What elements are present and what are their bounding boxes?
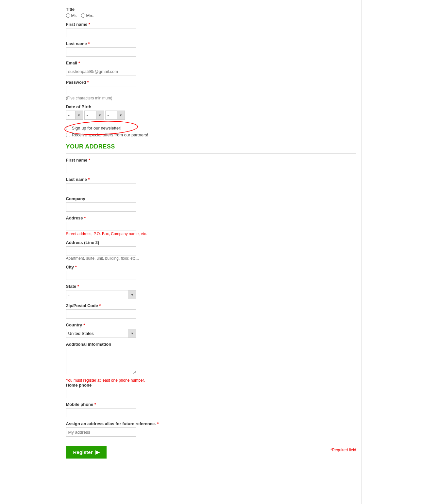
alias-label: Assign an address alias for future refer… bbox=[66, 421, 356, 426]
addr-city-required: * bbox=[75, 265, 77, 269]
addr-last-name-section: Last name * bbox=[66, 177, 356, 192]
mobile-phone-section: Mobile phone * bbox=[66, 402, 356, 417]
addr-address-hint: Street address, P.O. Box, Company name, … bbox=[66, 232, 356, 236]
addr-state-required: * bbox=[77, 284, 79, 289]
dob-day-select[interactable]: - bbox=[66, 111, 83, 120]
password-hint: (Five characters minimum) bbox=[66, 96, 356, 100]
newsletter-text: Sign up for our newsletter! bbox=[72, 126, 122, 130]
addr-first-name-required: * bbox=[89, 158, 90, 163]
addr-zip-required: * bbox=[99, 303, 101, 308]
page-wrapper: Title Mr. Mrs. First name * Last name * bbox=[61, 0, 362, 504]
newsletter-checkbox[interactable] bbox=[66, 126, 70, 130]
password-label: Password * bbox=[66, 80, 356, 85]
address-section-title: YOUR ADDRESS bbox=[66, 143, 356, 150]
register-button[interactable]: Register ▶ bbox=[66, 446, 107, 459]
addr-company-input[interactable] bbox=[66, 202, 136, 212]
mrs-radio-label[interactable]: Mrs. bbox=[81, 13, 94, 18]
addr-first-name-input[interactable] bbox=[66, 164, 136, 173]
last-name-section: Last name * bbox=[66, 41, 356, 57]
title-radio-group: Mr. Mrs. bbox=[66, 13, 356, 18]
addr-city-input[interactable] bbox=[66, 271, 136, 280]
email-section: Email * bbox=[66, 61, 356, 76]
dob-section: Date of Birth - ▼ - ▼ - ▼ bbox=[66, 104, 356, 120]
mr-radio[interactable] bbox=[66, 13, 70, 18]
newsletter-checkbox-group: Sign up for our newsletter! bbox=[66, 126, 148, 130]
addr-last-name-required: * bbox=[88, 177, 90, 182]
alias-section: Assign an address alias for future refer… bbox=[66, 421, 356, 437]
addr-country-wrapper: United States ▼ bbox=[66, 329, 136, 338]
offers-checkbox[interactable] bbox=[66, 133, 70, 137]
alias-input[interactable] bbox=[66, 427, 136, 437]
mrs-radio[interactable] bbox=[81, 13, 85, 18]
addr-first-name-label: First name * bbox=[66, 158, 356, 163]
email-label: Email * bbox=[66, 61, 356, 65]
addr-additional-section: Additional information bbox=[66, 342, 356, 374]
addr-zip-label: Zip/Postal Code * bbox=[66, 303, 356, 308]
first-name-input[interactable] bbox=[66, 28, 136, 37]
dob-year-wrapper: - ▼ bbox=[105, 111, 125, 120]
first-name-required: * bbox=[89, 22, 90, 27]
addr-first-name-section: First name * bbox=[66, 158, 356, 173]
password-required: * bbox=[87, 80, 89, 85]
mrs-label: Mrs. bbox=[86, 13, 94, 18]
dob-group: - ▼ - ▼ - ▼ bbox=[66, 111, 356, 120]
register-arrow-icon: ▶ bbox=[95, 449, 99, 455]
newsletter-section: Sign up for our newsletter! Receive spec… bbox=[66, 124, 148, 139]
mobile-phone-input[interactable] bbox=[66, 408, 136, 417]
addr-zip-input[interactable] bbox=[66, 309, 136, 319]
last-name-input[interactable] bbox=[66, 47, 136, 57]
phone-error-text: You must register at least one phone num… bbox=[66, 378, 356, 383]
newsletter-label[interactable]: Sign up for our newsletter! bbox=[66, 126, 148, 130]
addr-state-label: State * bbox=[66, 284, 356, 289]
dob-year-select[interactable]: - bbox=[105, 111, 125, 120]
mobile-phone-label: Mobile phone * bbox=[66, 402, 356, 407]
first-name-section: First name * bbox=[66, 22, 356, 37]
addr-address-label: Address * bbox=[66, 216, 356, 220]
alias-required: * bbox=[157, 421, 159, 426]
home-phone-section: Home phone bbox=[66, 383, 356, 398]
address-section: YOUR ADDRESS First name * Last name * Co… bbox=[66, 143, 356, 459]
mobile-phone-required: * bbox=[94, 402, 96, 407]
mr-radio-label[interactable]: Mr. bbox=[66, 13, 77, 18]
password-input[interactable] bbox=[66, 86, 136, 95]
addr-additional-textarea[interactable] bbox=[66, 348, 136, 374]
addr-address2-section: Address (Line 2) Apartment, suite, unit,… bbox=[66, 240, 356, 261]
title-section: Title Mr. Mrs. bbox=[66, 7, 356, 18]
dob-month-select[interactable]: - bbox=[84, 111, 104, 120]
addr-country-required: * bbox=[83, 322, 85, 327]
title-label: Title bbox=[66, 7, 356, 12]
bottom-row: Register ▶ *Required field bbox=[66, 441, 356, 459]
home-phone-label: Home phone bbox=[66, 383, 356, 388]
addr-city-section: City * bbox=[66, 265, 356, 280]
addr-address2-input[interactable] bbox=[66, 246, 136, 255]
offers-label[interactable]: Receive special offers from our partners… bbox=[66, 132, 148, 137]
addr-address2-hint: Apartment, suite, unit, building, floor,… bbox=[66, 256, 356, 261]
required-note: *Required field bbox=[330, 448, 356, 452]
section-divider bbox=[66, 153, 356, 154]
offers-text: Receive special offers from our partners… bbox=[72, 132, 148, 137]
addr-address-required: * bbox=[84, 216, 86, 220]
addr-address-input[interactable] bbox=[66, 222, 136, 231]
addr-state-section: State * - ▼ bbox=[66, 284, 356, 299]
addr-state-wrapper: - ▼ bbox=[66, 290, 136, 299]
addr-country-label: Country * bbox=[66, 322, 356, 327]
register-button-label: Register bbox=[73, 449, 93, 455]
addr-company-section: Company bbox=[66, 196, 356, 212]
password-section: Password * (Five characters minimum) bbox=[66, 80, 356, 100]
mr-label: Mr. bbox=[71, 13, 77, 18]
addr-state-select[interactable]: - bbox=[66, 290, 136, 299]
dob-day-wrapper: - ▼ bbox=[66, 111, 83, 120]
email-input[interactable] bbox=[66, 67, 136, 76]
offers-checkbox-group: Receive special offers from our partners… bbox=[66, 132, 148, 137]
addr-additional-label: Additional information bbox=[66, 342, 356, 347]
addr-country-section: Country * United States ▼ bbox=[66, 322, 356, 338]
addr-last-name-label: Last name * bbox=[66, 177, 356, 182]
last-name-label: Last name * bbox=[66, 41, 356, 46]
addr-zip-section: Zip/Postal Code * bbox=[66, 303, 356, 319]
last-name-required: * bbox=[88, 41, 90, 46]
addr-address2-label: Address (Line 2) bbox=[66, 240, 356, 245]
addr-last-name-input[interactable] bbox=[66, 183, 136, 192]
dob-label: Date of Birth bbox=[66, 104, 356, 109]
home-phone-input[interactable] bbox=[66, 389, 136, 398]
addr-country-select[interactable]: United States bbox=[66, 329, 136, 338]
